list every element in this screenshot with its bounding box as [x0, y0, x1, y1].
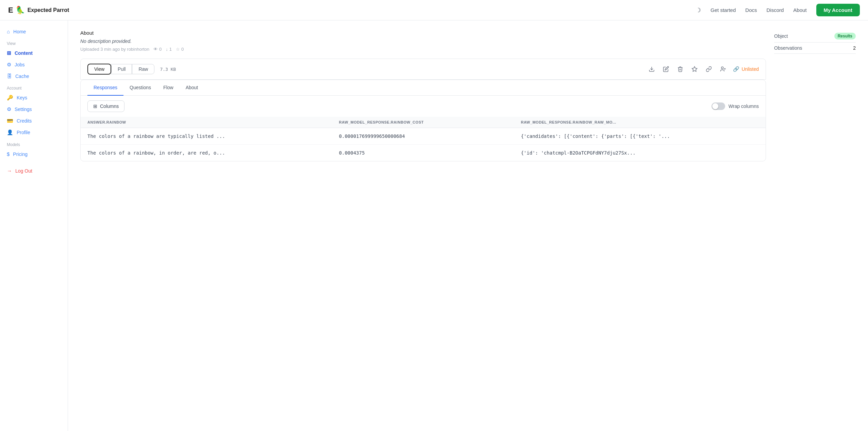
tab-about[interactable]: About	[180, 80, 204, 96]
right-panel-observations-row: Observations 2	[774, 43, 856, 54]
sidebar-item-pricing[interactable]: $ Pricing	[0, 148, 68, 160]
sidebar-item-settings[interactable]: ⚙ Settings	[0, 103, 68, 115]
get-started-link[interactable]: Get started	[711, 7, 736, 13]
right-panel: Object Results Observations 2	[774, 30, 856, 161]
sidebar-item-logout[interactable]: → Log Out	[0, 165, 68, 176]
wrap-columns-label: Wrap columns	[729, 103, 759, 109]
columns-label: Columns	[100, 103, 119, 109]
main-content: About No description provided. Uploaded …	[68, 20, 868, 431]
top-nav-links: ☽ Get started Docs Discord About My Acco…	[696, 4, 860, 16]
content-area: About No description provided. Uploaded …	[80, 30, 856, 161]
about-stars: ☆ 0	[176, 47, 184, 52]
about-downloads: ↓ 1	[166, 47, 172, 52]
about-title: About	[80, 30, 766, 36]
profile-icon: 👤	[7, 129, 13, 135]
unlisted-button[interactable]: 🔗 Unlisted	[733, 66, 759, 72]
home-icon: ⌂	[7, 29, 10, 34]
discord-link[interactable]: Discord	[766, 7, 784, 13]
about-link[interactable]: About	[793, 7, 806, 13]
sidebar-section-view: View	[0, 37, 68, 47]
raw-tab[interactable]: Raw	[132, 64, 154, 74]
my-account-button[interactable]: My Account	[816, 4, 860, 16]
sidebar-item-jobs[interactable]: ⚙ Jobs	[0, 59, 68, 70]
sidebar-item-content[interactable]: ⊞ Content	[0, 47, 68, 59]
table-header-row: ANSWER.RAINBOW RAW_MODEL_RESPONSE.RAINBO…	[81, 117, 766, 128]
sidebar-item-keys[interactable]: 🔑 Keys	[0, 92, 68, 103]
tab-questions[interactable]: Questions	[123, 80, 157, 96]
tab-flow[interactable]: Flow	[157, 80, 180, 96]
wrap-columns-toggle[interactable]	[712, 102, 725, 110]
cell-cost: 0.000017699999650000684	[332, 128, 514, 145]
sidebar-section-models: Models	[0, 138, 68, 148]
data-table: ANSWER.RAINBOW RAW_MODEL_RESPONSE.RAINBO…	[81, 117, 766, 161]
cell-cost: 0.0004375	[332, 145, 514, 161]
keys-icon: 🔑	[7, 95, 13, 101]
results-badge: Results	[834, 33, 856, 39]
object-label: Object	[774, 33, 788, 39]
about-section: About No description provided. Uploaded …	[80, 30, 766, 52]
sidebar-section-account: Account	[0, 82, 68, 92]
pull-tab[interactable]: Pull	[111, 64, 132, 74]
download-button[interactable]	[647, 65, 656, 74]
logout-icon: →	[7, 168, 12, 174]
data-toolbar: ⊞ Columns Wrap columns	[81, 96, 766, 117]
columns-button[interactable]: ⊞ Columns	[87, 100, 124, 112]
table-row[interactable]: The colors of a rainbow are typically li…	[81, 128, 766, 145]
svg-point-2	[721, 67, 723, 69]
col-header-cost: RAW_MODEL_RESPONSE.RAINBOW_COST	[332, 117, 514, 128]
star-icon: ☆	[176, 47, 180, 52]
view-toolbar: View Pull Raw 7.3 KB	[80, 59, 766, 80]
observations-label: Observations	[774, 45, 802, 51]
sidebar-item-home[interactable]: ⌂ Home	[0, 26, 68, 37]
cell-raw: {'id': 'chatcmpl-B2OaTCPGFdNY7dju27Sx...	[514, 145, 766, 161]
toolbar-actions: 🔗 Unlisted	[647, 65, 759, 74]
table-row[interactable]: The colors of a rainbow, in order, are r…	[81, 145, 766, 161]
file-size: 7.3 KB	[160, 67, 176, 72]
logo-area: E 🦜 Expected Parrot	[8, 6, 69, 15]
docs-link[interactable]: Docs	[745, 7, 757, 13]
unlisted-label: Unlisted	[741, 66, 759, 72]
cell-answer: The colors of a rainbow are typically li…	[81, 128, 332, 145]
sidebar-item-credits[interactable]: 💳 Credits	[0, 115, 68, 127]
col-header-answer: ANSWER.RAINBOW	[81, 117, 332, 128]
cell-answer: The colors of a rainbow, in order, are r…	[81, 145, 332, 161]
settings-icon: ⚙	[7, 106, 11, 112]
sidebar-item-cache[interactable]: 🗄 Cache	[0, 70, 68, 82]
credits-icon: 💳	[7, 118, 13, 124]
about-views: 👁 0	[153, 47, 162, 52]
content-icon: ⊞	[7, 50, 11, 56]
observations-value: 2	[853, 45, 856, 51]
dark-mode-toggle[interactable]: ☽	[696, 6, 701, 14]
view-tab[interactable]: View	[87, 64, 111, 75]
main-layout: ⌂ Home View ⊞ Content ⚙ Jobs 🗄 Cache Acc…	[0, 20, 868, 431]
tab-responses[interactable]: Responses	[87, 80, 123, 96]
pricing-icon: $	[7, 151, 10, 157]
card-tabs: Responses Questions Flow About	[81, 80, 766, 96]
toggle-knob	[712, 103, 718, 109]
svg-marker-1	[692, 67, 697, 71]
download-icon: ↓	[166, 47, 168, 52]
col-header-raw: RAW_MODEL_RESPONSE.RAINBOW_RAW_MO...	[514, 117, 766, 128]
about-upload-info: Uploaded 3 min ago by robinhorton	[80, 47, 149, 52]
cell-raw: {'candidates': [{'content': {'parts': [{…	[514, 128, 766, 145]
content-main: About No description provided. Uploaded …	[80, 30, 766, 161]
unlisted-icon: 🔗	[733, 66, 739, 72]
share-button[interactable]	[719, 65, 728, 74]
logo-parrot-icon: 🦜	[16, 6, 25, 15]
about-meta: Uploaded 3 min ago by robinhorton 👁 0 ↓ …	[80, 47, 766, 52]
star-button[interactable]	[690, 65, 699, 74]
eye-icon: 👁	[153, 47, 158, 52]
edit-button[interactable]	[662, 65, 670, 74]
delete-button[interactable]	[676, 65, 685, 74]
logo-letter: E	[8, 6, 13, 15]
content-card: Responses Questions Flow About	[80, 80, 766, 161]
wrap-toggle-area: Wrap columns	[712, 102, 759, 110]
sidebar: ⌂ Home View ⊞ Content ⚙ Jobs 🗄 Cache Acc…	[0, 20, 68, 431]
brand-name: Expected Parrot	[28, 7, 69, 13]
top-navigation: E 🦜 Expected Parrot ☽ Get started Docs D…	[0, 0, 868, 20]
sidebar-item-profile[interactable]: 👤 Profile	[0, 127, 68, 138]
link-button[interactable]	[704, 65, 713, 74]
cache-icon: 🗄	[7, 73, 12, 79]
toolbar-tabs: View Pull Raw	[87, 64, 154, 75]
jobs-icon: ⚙	[7, 62, 11, 68]
